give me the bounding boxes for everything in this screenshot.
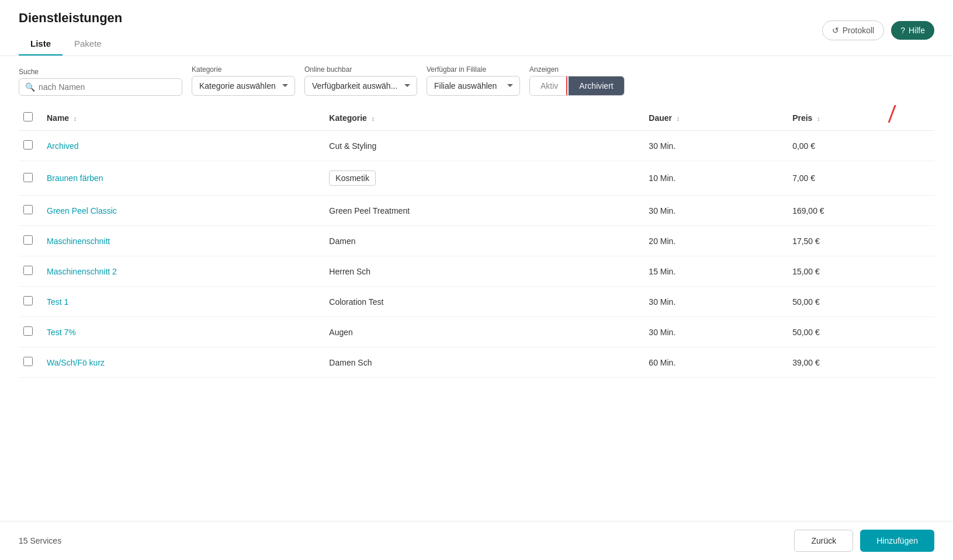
table-row: Archived Cut & Styling 30 Min. 0,00 € [19,131,934,161]
row-dauer-6: 30 Min. [644,317,788,347]
kategorie-value-7: Damen Sch [329,358,372,367]
service-name-link-1[interactable]: Braunen färben [47,173,103,183]
tab-pakete[interactable]: Pakete [63,33,113,55]
table-row: Braunen färben Kosmetik 10 Min. 7,00 € [19,161,934,196]
table-row: Wa/Sch/Fö kurz Damen Sch 60 Min. 39,00 € [19,347,934,378]
row-dauer-1: 10 Min. [644,161,788,196]
kategorie-value-5: Coloration Test [329,297,383,307]
row-checkbox-2[interactable] [23,205,33,214]
service-name-link-0[interactable]: Archived [47,141,78,151]
table-row: Test 7% Augen 30 Min. 50,00 € [19,317,934,347]
row-checkbox-cell-7 [19,347,42,378]
page-title: Dienstleistungen [19,11,122,26]
row-dauer-2: 30 Min. [644,196,788,226]
row-name-3: Maschinenschnitt [42,226,324,256]
filiale-group: Verfügbar in Fililale Filiale auswählen [427,65,520,96]
hinzufugen-button[interactable]: Hinzufügen [860,530,934,552]
services-count: 15 Services [19,536,61,545]
col-kategorie: Kategorie ↕ [324,105,644,131]
search-label: Suche [19,68,182,76]
row-checkbox-7[interactable] [23,357,33,366]
row-name-7: Wa/Sch/Fö kurz [42,347,324,378]
row-checkbox-4[interactable] [23,266,33,275]
service-name-link-6[interactable]: Test 7% [47,328,76,337]
row-preis-5: 50,00 € [788,287,934,317]
row-kategorie-7: Damen Sch [324,347,644,378]
online-buchbar-label: Online buchbar [304,65,417,74]
filters-bar: Suche 🔍 Kategorie Kategorie auswählen On… [0,56,953,105]
kategorie-value-1: Kosmetik [329,171,376,186]
row-name-5: Test 1 [42,287,324,317]
tab-liste[interactable]: Liste [19,33,63,55]
service-name-link-4[interactable]: Maschinenschnitt 2 [47,267,117,276]
search-input[interactable] [39,82,176,92]
row-dauer-7: 60 Min. [644,347,788,378]
row-name-4: Maschinenschnitt 2 [42,256,324,287]
service-name-link-3[interactable]: Maschinenschnitt [47,236,110,246]
row-checkbox-3[interactable] [23,235,33,245]
table-scroll[interactable]: Name ↕ Kategorie ↕ Dauer ↕ Preis [19,105,934,521]
row-preis-2: 169,00 € [788,196,934,226]
header: Dienstleistungen Liste Pakete ↺ Protokol… [0,0,953,56]
row-checkbox-0[interactable] [23,140,33,149]
row-kategorie-2: Green Peel Treatment [324,196,644,226]
services-table: Name ↕ Kategorie ↕ Dauer ↕ Preis [19,105,934,378]
service-name-link-5[interactable]: Test 1 [47,297,68,307]
kategorie-select[interactable]: Kategorie auswählen [192,76,295,96]
table-row: Maschinenschnitt 2 Herren Sch 15 Min. 15… [19,256,934,287]
anzeigen-toggle: Aktiv Archiviert [529,76,625,96]
row-checkbox-cell-5 [19,287,42,317]
row-checkbox-cell-2 [19,196,42,226]
table-wrapper: Name ↕ Kategorie ↕ Dauer ↕ Preis [0,105,953,521]
footer-buttons: Zurück Hinzufügen [794,530,934,552]
row-name-6: Test 7% [42,317,324,347]
protokoll-label: Protokoll [843,26,874,35]
help-icon: ? [900,26,905,35]
service-name-link-2[interactable]: Green Peel Classic [47,206,117,215]
sort-preis-icon[interactable]: ↕ [817,115,820,122]
hilfe-label: Hilfe [909,26,925,35]
search-group: Suche 🔍 [19,68,182,96]
sort-kategorie-icon[interactable]: ↕ [372,115,375,122]
tabs-bar: Liste Pakete [19,33,122,55]
anzeigen-label: Anzeigen [529,65,625,74]
row-kategorie-4: Herren Sch [324,256,644,287]
kategorie-value-4: Herren Sch [329,267,370,276]
table-row: Test 1 Coloration Test 30 Min. 50,00 € [19,287,934,317]
table-row: Maschinenschnitt Damen 20 Min. 17,50 € [19,226,934,256]
sort-name-icon[interactable]: ↕ [74,115,77,122]
aktiv-button[interactable]: Aktiv [530,76,569,95]
sort-dauer-icon[interactable]: ↕ [677,115,680,122]
row-checkbox-1[interactable] [23,173,33,182]
row-kategorie-6: Augen [324,317,644,347]
row-name-1: Braunen färben [42,161,324,196]
history-icon: ↺ [832,26,839,35]
protokoll-button[interactable]: ↺ Protokoll [822,20,884,40]
row-checkbox-cell-6 [19,317,42,347]
online-buchbar-select[interactable]: Verfügbarkeit auswäh... [304,76,417,96]
row-preis-1: 7,00 € [788,161,934,196]
footer: 15 Services Zurück Hinzufügen [0,521,953,560]
row-name-2: Green Peel Classic [42,196,324,226]
row-checkbox-6[interactable] [23,326,33,336]
row-name-0: Archived [42,131,324,161]
kategorie-value-3: Damen [329,236,355,246]
search-icon: 🔍 [25,82,35,92]
hilfe-button[interactable]: ? Hilfe [891,21,934,40]
kategorie-value-6: Augen [329,328,352,337]
col-preis: Preis ↕ [788,105,934,131]
row-checkbox-5[interactable] [23,296,33,305]
row-preis-6: 50,00 € [788,317,934,347]
row-dauer-4: 15 Min. [644,256,788,287]
service-name-link-7[interactable]: Wa/Sch/Fö kurz [47,358,105,367]
filiale-select[interactable]: Filiale auswählen [427,76,520,96]
zuruck-button[interactable]: Zurück [794,530,853,552]
kategorie-value-0: Cut & Styling [329,141,376,151]
col-name: Name ↕ [42,105,324,131]
filiale-label: Verfügbar in Fililale [427,65,520,74]
kategorie-value-2: Green Peel Treatment [329,206,410,215]
select-all-checkbox[interactable] [23,112,33,121]
row-kategorie-1: Kosmetik [324,161,644,196]
archiviert-button[interactable]: Archiviert [569,76,623,95]
row-preis-0: 0,00 € [788,131,934,161]
